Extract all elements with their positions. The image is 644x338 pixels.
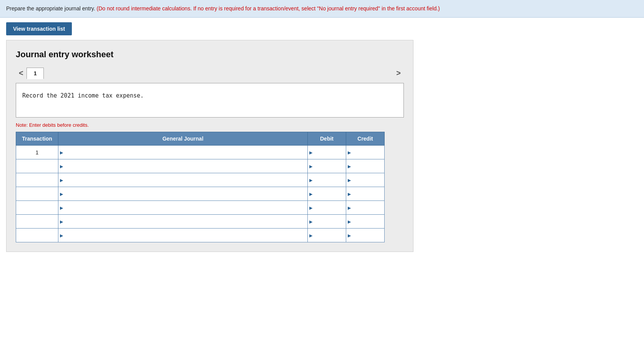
- instruction-bar: Prepare the appropriate journal entry. (…: [0, 0, 644, 18]
- previous-tab-button[interactable]: <: [16, 67, 27, 79]
- transaction-cell: [16, 201, 58, 215]
- journal-table: Transaction General Journal Debit Credit…: [16, 132, 385, 242]
- credit-input[interactable]: [346, 229, 384, 242]
- credit-input[interactable]: [346, 146, 384, 159]
- header-debit: Debit: [308, 132, 346, 146]
- credit-cell[interactable]: [346, 187, 385, 201]
- credit-input[interactable]: [346, 173, 384, 187]
- credit-cell[interactable]: [346, 215, 385, 229]
- debit-input[interactable]: [308, 146, 346, 159]
- debit-cell[interactable]: [308, 173, 346, 187]
- credit-cell[interactable]: [346, 159, 385, 173]
- table-row: [16, 173, 385, 187]
- table-row: [16, 201, 385, 215]
- debit-cell[interactable]: [308, 159, 346, 173]
- active-tab[interactable]: 1: [27, 68, 44, 79]
- debit-input[interactable]: [308, 229, 346, 242]
- general-journal-input[interactable]: [58, 215, 307, 228]
- debit-input[interactable]: [308, 187, 346, 200]
- view-transaction-button[interactable]: View transaction list: [6, 22, 72, 35]
- transaction-cell: [16, 229, 58, 242]
- general-journal-input[interactable]: [58, 201, 307, 214]
- toolbar: View transaction list: [0, 18, 644, 40]
- debit-cell[interactable]: [308, 146, 346, 159]
- debit-input[interactable]: [308, 159, 346, 173]
- transaction-description: Record the 2021 income tax expense.: [16, 83, 404, 118]
- tab-navigation: < 1 >: [16, 67, 404, 79]
- general-journal-input[interactable]: [58, 146, 307, 159]
- debit-cell[interactable]: [308, 187, 346, 201]
- credit-input[interactable]: [346, 159, 384, 173]
- general-journal-cell[interactable]: [58, 146, 308, 159]
- debit-input[interactable]: [308, 173, 346, 187]
- table-row: [16, 187, 385, 201]
- transaction-cell: [16, 187, 58, 201]
- instruction-main: Prepare the appropriate journal entry.: [6, 5, 95, 12]
- transaction-cell: [16, 159, 58, 173]
- credit-cell[interactable]: [346, 173, 385, 187]
- credit-cell[interactable]: [346, 229, 385, 242]
- next-tab-button[interactable]: >: [393, 67, 404, 79]
- debit-cell[interactable]: [308, 201, 346, 215]
- transaction-cell: 1: [16, 146, 58, 159]
- table-row: [16, 215, 385, 229]
- worksheet-title: Journal entry worksheet: [16, 50, 404, 60]
- header-credit: Credit: [346, 132, 385, 146]
- general-journal-cell[interactable]: [58, 187, 308, 201]
- general-journal-cell[interactable]: [58, 201, 308, 215]
- debit-input[interactable]: [308, 215, 346, 228]
- entry-note: Note: Enter debits before credits.: [16, 122, 404, 128]
- general-journal-cell[interactable]: [58, 215, 308, 229]
- general-journal-input[interactable]: [58, 187, 307, 200]
- credit-input[interactable]: [346, 201, 384, 214]
- table-row: [16, 229, 385, 242]
- general-journal-input[interactable]: [58, 229, 307, 242]
- credit-cell[interactable]: [346, 201, 385, 215]
- instruction-note: (Do not round intermediate calculations.…: [97, 5, 440, 12]
- debit-cell[interactable]: [308, 229, 346, 242]
- general-journal-cell[interactable]: [58, 159, 308, 173]
- transaction-cell: [16, 215, 58, 229]
- worksheet-container: Journal entry worksheet < 1 > Record the…: [6, 40, 413, 252]
- debit-cell[interactable]: [308, 215, 346, 229]
- table-row: 1: [16, 146, 385, 159]
- general-journal-input[interactable]: [58, 159, 307, 173]
- general-journal-input[interactable]: [58, 173, 307, 187]
- debit-input[interactable]: [308, 201, 346, 214]
- general-journal-cell[interactable]: [58, 173, 308, 187]
- credit-input[interactable]: [346, 215, 384, 228]
- header-transaction: Transaction: [16, 132, 58, 146]
- credit-input[interactable]: [346, 187, 384, 200]
- table-row: [16, 159, 385, 173]
- header-general-journal: General Journal: [58, 132, 308, 146]
- credit-cell[interactable]: [346, 146, 385, 159]
- transaction-cell: [16, 173, 58, 187]
- general-journal-cell[interactable]: [58, 229, 308, 242]
